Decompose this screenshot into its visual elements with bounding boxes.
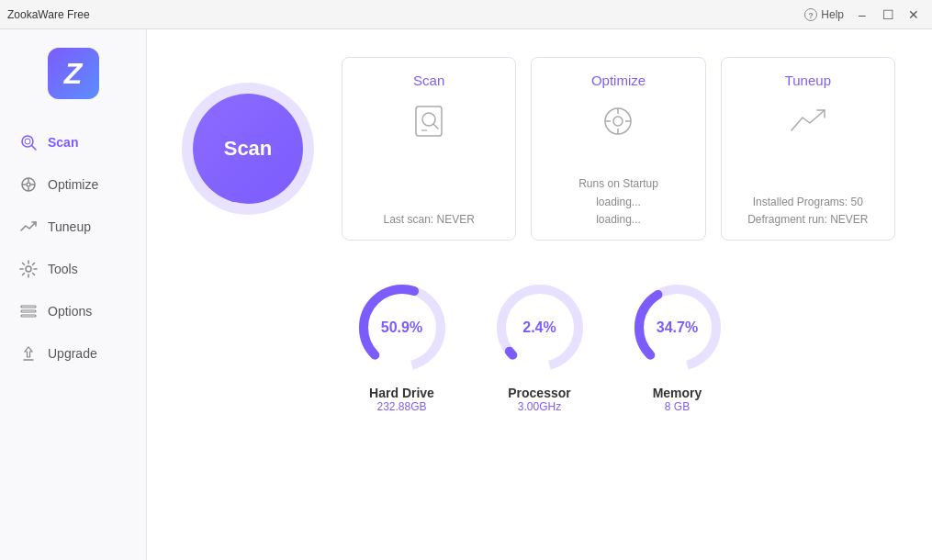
- scan-card-info: Last scan: NEVER: [383, 211, 474, 229]
- gauge-memory-label: 34.7%: [657, 319, 698, 336]
- app-logo: Z: [48, 48, 99, 99]
- svg-rect-16: [416, 106, 442, 136]
- gauge-hard-drive-label: 50.9%: [381, 319, 422, 336]
- scan-circle-wrapper: Scan: [184, 84, 312, 213]
- svg-rect-13: [21, 310, 36, 312]
- app-title: ZookaWare Free: [7, 8, 90, 21]
- tuneup-card-icon: [786, 99, 830, 143]
- gauge-hard-drive-container: 50.9%: [352, 277, 453, 378]
- tuneup-card[interactable]: Tuneup Installed Programs: 50 Defragment…: [721, 57, 895, 241]
- close-button[interactable]: ✕: [903, 4, 925, 26]
- optimize-card-info: Runs on Startup loading... loading...: [578, 175, 658, 229]
- main-content: Scan Scan Last scan: NEVER Optimize: [147, 29, 932, 560]
- optimize-card-title: Optimize: [591, 73, 646, 88]
- sidebar-tuneup-label: Tuneup: [48, 219, 91, 234]
- svg-rect-14: [21, 315, 36, 317]
- gauge-processor-label: 2.4%: [522, 319, 556, 336]
- gauge-hard-drive-name: Hard Drive: [369, 386, 434, 400]
- help-icon: ?: [804, 8, 817, 21]
- optimize-card[interactable]: Optimize Runs on Startup loading... load…: [531, 57, 705, 241]
- sidebar: Z Scan: [0, 29, 147, 560]
- sidebar-item-optimize[interactable]: Optimize: [0, 163, 146, 206]
- sidebar-tools-label: Tools: [48, 262, 78, 276]
- scan-icon: [18, 132, 39, 152]
- scan-card-icon: [407, 99, 451, 143]
- svg-point-21: [613, 117, 623, 126]
- minimize-button[interactable]: –: [851, 4, 873, 26]
- scan-card[interactable]: Scan Last scan: NEVER: [342, 57, 516, 241]
- upgrade-icon: [18, 343, 39, 364]
- sidebar-optimize-label: Optimize: [48, 177, 98, 192]
- optimize-icon: [18, 174, 39, 195]
- title-bar: ZookaWare Free ? Help – ☐ ✕: [0, 0, 932, 29]
- scan-card-title: Scan: [413, 73, 444, 88]
- optimize-card-icon: [596, 99, 640, 143]
- gauge-memory-container: 34.7%: [627, 277, 728, 378]
- gauge-processor-container: 2.4%: [489, 277, 590, 378]
- gauge-processor: 2.4% Processor 3.00GHz: [489, 277, 590, 413]
- help-button[interactable]: ? Help: [804, 8, 844, 21]
- gauge-memory-name: Memory: [653, 386, 702, 400]
- tools-icon: [18, 259, 39, 279]
- gauge-memory: 34.7% Memory 8 GB: [627, 277, 728, 413]
- svg-line-18: [433, 124, 438, 129]
- scan-button[interactable]: Scan: [193, 94, 303, 204]
- gauge-processor-sub: 3.00GHz: [518, 400, 561, 413]
- gauge-processor-name: Processor: [508, 386, 570, 400]
- gauges-row: 50.9% Hard Drive 232.88GB 2.4% Processor…: [184, 277, 895, 413]
- gauge-memory-sub: 8 GB: [665, 400, 690, 413]
- svg-point-11: [26, 266, 31, 272]
- svg-line-3: [32, 146, 37, 151]
- gauge-hard-drive-sub: 232.88GB: [376, 400, 426, 413]
- logo-z-icon: Z: [48, 48, 99, 99]
- svg-point-4: [25, 139, 30, 144]
- tuneup-card-title: Tuneup: [785, 73, 831, 88]
- svg-rect-12: [21, 306, 36, 308]
- sidebar-nav: Scan Optimize: [0, 121, 146, 375]
- gauge-hard-drive: 50.9% Hard Drive 232.88GB: [352, 277, 453, 413]
- sidebar-item-options[interactable]: Options: [0, 290, 146, 332]
- main-layout: Z Scan: [0, 29, 932, 560]
- sidebar-item-scan[interactable]: Scan: [0, 121, 146, 163]
- svg-point-6: [27, 183, 30, 186]
- svg-text:?: ?: [809, 11, 814, 20]
- sidebar-options-label: Options: [48, 304, 92, 319]
- sidebar-item-upgrade[interactable]: Upgrade: [0, 332, 146, 375]
- sidebar-upgrade-label: Upgrade: [48, 346, 97, 361]
- sidebar-item-tuneup[interactable]: Tuneup: [0, 206, 146, 248]
- sidebar-scan-label: Scan: [48, 135, 78, 150]
- tuneup-card-info: Installed Programs: 50 Defragment run: N…: [747, 194, 868, 229]
- maximize-button[interactable]: ☐: [877, 4, 899, 26]
- cards-row: Scan Scan Last scan: NEVER Optimize: [184, 57, 895, 241]
- options-icon: [18, 301, 39, 321]
- sidebar-item-tools[interactable]: Tools: [0, 248, 146, 290]
- tuneup-icon: [18, 217, 39, 237]
